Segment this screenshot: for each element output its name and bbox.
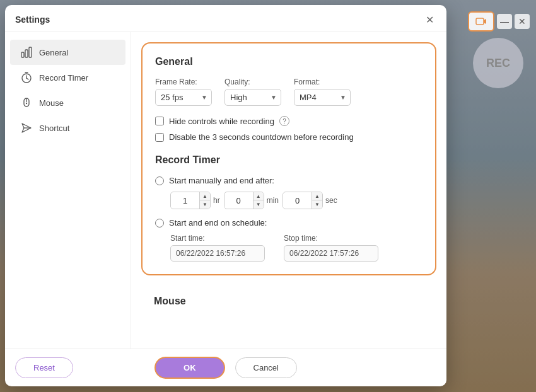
chart-icon: [20, 46, 33, 59]
frame-rate-label: Frame Rate:: [155, 78, 212, 86]
min-input[interactable]: [224, 193, 253, 208]
sec-spinner: ▲ ▼: [283, 192, 323, 209]
disable-countdown-row: Disable the 3 seconds countdown before r…: [155, 132, 422, 142]
sidebar-label-shortcut: Shortcut: [39, 124, 69, 133]
hr-spinner: ▲ ▼: [170, 192, 211, 209]
sidebar-label-mouse: Mouse: [39, 98, 64, 108]
hr-input-group: ▲ ▼ hr: [170, 192, 220, 209]
format-select-wrapper: MP4 MOV AVI GIF ▼: [294, 89, 351, 106]
general-section-title: General: [155, 56, 422, 67]
min-unit-label: min: [267, 196, 279, 205]
record-timer-title: Record Timer: [155, 154, 422, 166]
dialog-close-button[interactable]: ✕: [422, 13, 436, 26]
sidebar-item-shortcut[interactable]: Shortcut: [10, 115, 125, 141]
sec-up-button[interactable]: ▲: [312, 192, 322, 200]
hide-controls-label[interactable]: Hide controls while recording: [169, 117, 274, 126]
stop-time-label: Stop time:: [284, 234, 378, 243]
hide-controls-help-icon[interactable]: ?: [279, 116, 289, 126]
manual-radio-row: Start manually and end after:: [155, 176, 422, 185]
mouse-section-stub: Mouse: [141, 283, 436, 320]
quality-field: Quality: Low Medium High Lossless ▼: [224, 78, 281, 106]
hr-unit-label: hr: [213, 196, 220, 205]
start-time-field: Start time:: [170, 234, 265, 262]
svg-point-11: [26, 103, 27, 104]
start-time-label: Start time:: [170, 234, 265, 243]
sidebar: General Record Timer: [5, 32, 131, 349]
cancel-button[interactable]: Cancel: [235, 357, 297, 378]
rec-circle: REC: [473, 38, 523, 88]
sec-down-button[interactable]: ▼: [312, 200, 322, 209]
hr-input[interactable]: [171, 193, 199, 208]
main-content: General Frame Rate: 15 fps 20 fps 25 fps…: [131, 32, 446, 349]
sec-spinner-buttons: ▲ ▼: [312, 192, 322, 209]
hr-spinner-buttons: ▲ ▼: [199, 192, 210, 209]
mouse-section-title: Mouse: [154, 296, 424, 307]
rec-widget-camera-button[interactable]: [468, 11, 494, 32]
quality-select[interactable]: Low Medium High Lossless: [224, 89, 281, 106]
rec-widget-close-button[interactable]: ✕: [515, 14, 530, 29]
frame-rate-select-wrapper: 15 fps 20 fps 25 fps 30 fps 60 fps ▼: [155, 89, 212, 106]
svg-line-7: [26, 78, 28, 79]
format-field: Format: MP4 MOV AVI GIF ▼: [294, 78, 351, 106]
sidebar-label-general: General: [39, 48, 68, 57]
sidebar-item-general[interactable]: General: [10, 40, 125, 65]
min-spinner: ▲ ▼: [224, 192, 264, 209]
svg-rect-2: [21, 52, 24, 57]
record-timer-section: Record Timer Start manually and end afte…: [155, 154, 422, 262]
rec-widget-minimize-button[interactable]: —: [497, 14, 512, 29]
schedule-timer-radio[interactable]: [155, 219, 164, 228]
reset-button[interactable]: Reset: [15, 357, 73, 378]
mouse-icon: [20, 96, 33, 109]
dialog-footer: Reset OK Cancel: [5, 349, 446, 386]
min-up-button[interactable]: ▲: [253, 192, 264, 200]
hr-up-button[interactable]: ▲: [200, 192, 210, 200]
dialog-header: Settings ✕: [5, 5, 446, 32]
sec-input-group: ▲ ▼ sec: [283, 192, 337, 209]
send-icon: [20, 122, 33, 134]
disable-countdown-checkbox[interactable]: [155, 133, 164, 142]
manual-timer-label[interactable]: Start manually and end after:: [169, 176, 274, 185]
min-input-group: ▲ ▼ min: [224, 192, 279, 209]
quality-label: Quality:: [224, 78, 281, 86]
svg-rect-3: [25, 50, 28, 57]
settings-dialog: Settings ✕ General: [5, 5, 446, 386]
stop-time-input[interactable]: [284, 245, 378, 262]
sidebar-item-mouse[interactable]: Mouse: [10, 90, 125, 115]
manual-timer-radio[interactable]: [155, 176, 164, 185]
content-panel: General Frame Rate: 15 fps 20 fps 25 fps…: [141, 42, 436, 275]
start-time-input[interactable]: [170, 245, 265, 262]
min-down-button[interactable]: ▼: [253, 200, 264, 209]
clock-icon: [20, 71, 33, 84]
camera-icon: [475, 15, 487, 28]
frame-rate-field: Frame Rate: 15 fps 20 fps 25 fps 30 fps …: [155, 78, 212, 106]
ok-button[interactable]: OK: [154, 357, 225, 379]
format-select[interactable]: MP4 MOV AVI GIF: [294, 89, 351, 106]
hide-controls-checkbox[interactable]: [155, 117, 164, 125]
dialog-body: General Record Timer: [5, 32, 446, 349]
sec-input[interactable]: [283, 193, 312, 208]
general-section: General Frame Rate: 15 fps 20 fps 25 fps…: [155, 56, 422, 142]
sec-unit-label: sec: [325, 196, 337, 205]
quality-select-wrapper: Low Medium High Lossless ▼: [224, 89, 281, 106]
schedule-inputs: Start time: Stop time:: [170, 234, 422, 262]
hide-controls-row: Hide controls while recording ?: [155, 116, 422, 126]
frame-rate-select[interactable]: 15 fps 20 fps 25 fps 30 fps 60 fps: [155, 89, 212, 106]
disable-countdown-label[interactable]: Disable the 3 seconds countdown before r…: [169, 132, 354, 142]
min-spinner-buttons: ▲ ▼: [253, 192, 264, 209]
rec-widget: — ✕: [468, 11, 530, 32]
schedule-timer-label[interactable]: Start and end on schedule:: [169, 218, 267, 228]
settings-row: Frame Rate: 15 fps 20 fps 25 fps 30 fps …: [155, 78, 422, 106]
svg-rect-0: [476, 18, 484, 25]
timer-inputs: ▲ ▼ hr ▲ ▼: [170, 192, 422, 209]
schedule-radio-row: Start and end on schedule:: [155, 218, 422, 228]
dialog-title: Settings: [15, 14, 50, 25]
hr-down-button[interactable]: ▼: [200, 200, 210, 209]
sidebar-label-record-timer: Record Timer: [39, 73, 88, 83]
sidebar-item-record-timer[interactable]: Record Timer: [10, 65, 125, 90]
format-label: Format:: [294, 78, 351, 86]
stop-time-field: Stop time:: [284, 234, 378, 262]
svg-rect-4: [29, 47, 32, 57]
